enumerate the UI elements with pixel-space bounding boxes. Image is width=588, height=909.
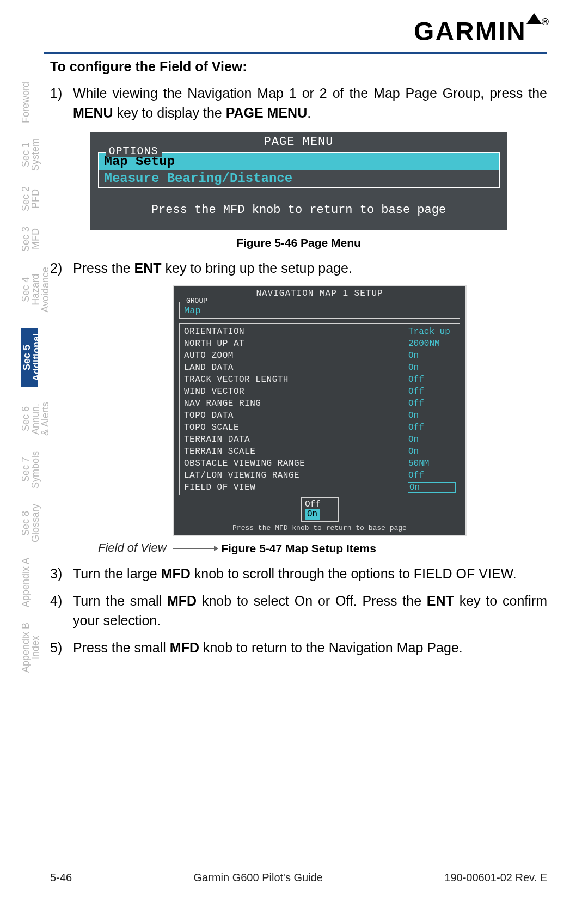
setup-row[interactable]: TOPO SCALEOff (183, 422, 456, 434)
setup-label: TRACK VECTOR LENGTH (184, 375, 289, 385)
setup-label: TOPO DATA (184, 411, 234, 420)
setup-value[interactable]: Off (408, 387, 455, 396)
procedure-steps: 1) While viewing the Navigation Map 1 or… (50, 83, 547, 123)
header-rule (44, 52, 547, 54)
setup-label: OBSTACLE VIEWING RANGE (184, 459, 305, 468)
section-tab[interactable]: Sec 5 Additional Features (21, 328, 38, 387)
section-tab[interactable]: Sec 6 Annun. & Alerts (21, 402, 38, 436)
step-number: 3) (50, 564, 73, 583)
section-tab[interactable]: Foreword (21, 82, 38, 123)
setup-label: NORTH UP AT (184, 339, 244, 349)
popup-on[interactable]: On (305, 509, 320, 519)
page-menu-screenshot: PAGE MENU OPTIONS Map Setup Measure Bear… (89, 131, 509, 231)
setup-row[interactable]: LAND DATAOn (183, 362, 456, 374)
setup-value[interactable]: On (408, 351, 455, 361)
step-text: Turn the large MFD knob to scroll throug… (73, 564, 547, 583)
nav-map-setup-figure: Field of View NAVIGATION MAP 1 SETUP GRO… (50, 285, 547, 536)
setup-value[interactable]: Off (408, 375, 455, 385)
section-tab[interactable]: Appendix B Index (21, 623, 38, 673)
setup-items-list: ORIENTATIONTrack upNORTH UP AT2000NMAUTO… (179, 323, 460, 495)
setup-value[interactable]: On (408, 483, 455, 492)
setup-value[interactable]: On (408, 447, 455, 456)
section-tab[interactable]: Appendix A (21, 558, 38, 607)
setup-label: AUTO ZOOM (184, 351, 234, 361)
setup-label: NAV RANGE RING (184, 399, 261, 408)
step-text: Turn the small MFD knob to select On or … (73, 591, 547, 631)
setup-row[interactable]: TERRAIN DATAOn (183, 434, 456, 446)
setup-value[interactable]: On (408, 363, 455, 373)
setup-value[interactable]: Off (408, 399, 455, 408)
setup-value[interactable]: 50NM (408, 459, 455, 468)
setup-label: LAND DATA (184, 363, 234, 373)
section-tab[interactable]: Sec 1 System (21, 138, 38, 171)
setup-row[interactable]: WIND VECTOROff (183, 386, 456, 398)
nav-map-setup-screenshot: NAVIGATION MAP 1 SETUP GROUP Map ORIENTA… (173, 285, 467, 536)
garmin-logo: GARMIN® (414, 16, 550, 46)
setup-row[interactable]: NAV RANGE RINGOff (183, 398, 456, 410)
nav-setup-hint: Press the MFD knob to return to base pag… (174, 524, 465, 532)
setup-label: TERRAIN SCALE (184, 447, 255, 456)
doc-title: Garmin G600 Pilot's Guide (194, 871, 323, 884)
group-legend: GROUP (184, 297, 210, 305)
callout-arrow (173, 548, 218, 549)
setup-row[interactable]: ORIENTATIONTrack up (183, 326, 456, 338)
setup-row[interactable]: TOPO DATAOn (183, 410, 456, 422)
group-value[interactable]: Map (184, 306, 201, 316)
step-number: 2) (50, 258, 73, 278)
setup-row[interactable]: TERRAIN SCALEOn (183, 446, 456, 457)
setup-label: WIND VECTOR (184, 387, 244, 396)
step-number: 4) (50, 591, 73, 631)
setup-label: LAT/LON VIEWING RANGE (184, 471, 299, 480)
nav-setup-title: NAVIGATION MAP 1 SETUP (174, 286, 465, 302)
field-of-view-callout: Field of View (98, 541, 167, 555)
section-tab[interactable]: Sec 2 PFD (21, 186, 38, 211)
procedure-steps: 3) Turn the large MFD knob to scroll thr… (50, 564, 547, 658)
section-tabs: ForewordSec 1 SystemSec 2 PFDSec 3 MFDSe… (21, 82, 38, 673)
page-content: To configure the Field of View: 1) While… (50, 59, 547, 666)
setup-row[interactable]: FIELD OF VIEWOn (183, 481, 456, 493)
setup-value[interactable]: 2000NM (408, 339, 455, 349)
step-number: 5) (50, 638, 73, 657)
options-box: OPTIONS Map Setup Measure Bearing/Distan… (98, 152, 500, 188)
options-legend: OPTIONS (106, 145, 162, 157)
figure-caption-1: Figure 5-46 Page Menu (50, 236, 547, 249)
setup-value[interactable]: Off (408, 471, 455, 480)
page-number: 5-46 (50, 871, 72, 884)
section-tab[interactable]: Sec 4 Hazard Avoidance (21, 267, 38, 313)
setup-label: FIELD OF VIEW (184, 483, 255, 492)
setup-row[interactable]: OBSTACLE VIEWING RANGE50NM (183, 457, 456, 469)
on-off-popup[interactable]: Off On (301, 497, 339, 522)
step-number: 1) (50, 83, 73, 123)
doc-rev: 190-00601-02 Rev. E (444, 871, 547, 884)
setup-value[interactable]: On (408, 435, 455, 444)
step-text: While viewing the Navigation Map 1 or 2 … (73, 83, 547, 123)
setup-label: TOPO SCALE (184, 423, 239, 432)
setup-row[interactable]: LAT/LON VIEWING RANGEOff (183, 469, 456, 481)
setup-label: TERRAIN DATA (184, 435, 250, 444)
step-text: Press the ENT key to bring up the setup … (73, 258, 547, 278)
setup-row[interactable]: AUTO ZOOMOn (183, 350, 456, 362)
popup-off[interactable]: Off (305, 499, 334, 509)
page-footer: 5-46 Garmin G600 Pilot's Guide 190-00601… (50, 871, 547, 884)
procedure-steps: 2) Press the ENT key to bring up the set… (50, 258, 547, 278)
procedure-heading: To configure the Field of View: (50, 59, 547, 75)
option-measure[interactable]: Measure Bearing/Distance (99, 170, 499, 187)
section-tab[interactable]: Sec 7 Symbols (21, 451, 38, 489)
setup-row[interactable]: TRACK VECTOR LENGTHOff (183, 374, 456, 386)
section-tab[interactable]: Sec 8 Glossary (21, 504, 38, 542)
step-text: Press the small MFD knob to return to th… (73, 638, 547, 657)
setup-row[interactable]: NORTH UP AT2000NM (183, 338, 456, 350)
page-menu-hint: Press the MFD knob to return to base pag… (90, 203, 507, 217)
group-box: GROUP Map (179, 302, 460, 319)
setup-value[interactable]: Off (408, 423, 455, 432)
setup-label: ORIENTATION (184, 327, 244, 337)
section-tab[interactable]: Sec 3 MFD (21, 227, 38, 252)
setup-value[interactable]: Track up (408, 327, 455, 337)
setup-value[interactable]: On (408, 411, 455, 420)
